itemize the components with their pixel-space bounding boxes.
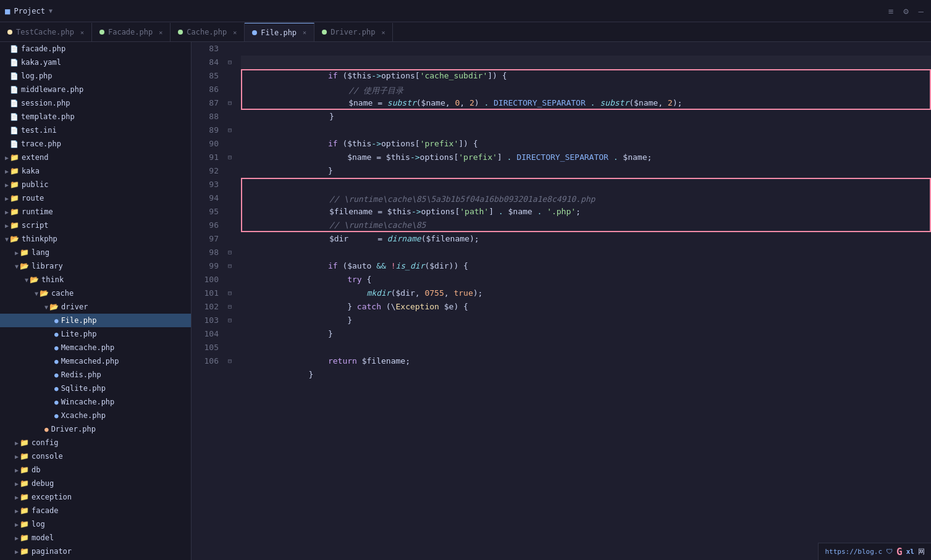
- sidebar-item-facade-php[interactable]: 📄 facade.php: [0, 42, 191, 56]
- editor-area[interactable]: 83 84 85 86 87 88 89 90 91 92 93 94 95 9…: [192, 42, 931, 560]
- code-line-105: return $filename;: [241, 341, 931, 354]
- fold-gutter: ⊟ ⊟ ⊟ ⊟ ⊟ ⊟ ⊟ ⊟ ⊟: [224, 42, 236, 368]
- fold-87[interactable]: ⊟: [224, 96, 236, 110]
- sidebar-item-memcache-php[interactable]: ● Memcache.php: [0, 341, 191, 354]
- sidebar-item-paginator[interactable]: ▶ 📁 paginator: [0, 545, 191, 558]
- arrow-icon-thinkphp: ▼: [5, 236, 9, 243]
- code-line-88: [241, 110, 931, 123]
- sidebar-item-file-php[interactable]: ● File.php: [0, 314, 191, 327]
- ln-92: 92: [201, 164, 219, 178]
- arrow-icon-cache: ▼: [35, 290, 38, 297]
- fold-106[interactable]: ⊟: [224, 354, 236, 368]
- sidebar-item-lite-php[interactable]: ● Lite.php: [0, 327, 191, 341]
- arrow-icon-config: ▶: [15, 440, 19, 446]
- toolbar-settings-btn[interactable]: ⚙: [901, 5, 911, 17]
- sidebar-item-model[interactable]: ▶ 📁 model: [0, 531, 191, 545]
- project-dropdown-icon[interactable]: ▼: [49, 7, 53, 14]
- ln-95: 95: [201, 205, 219, 219]
- sidebar-label-sqlite-php: Sqlite.php: [61, 384, 106, 393]
- code-line-104: [241, 327, 931, 341]
- sidebar-item-trace-php[interactable]: 📄 trace.php: [0, 137, 191, 151]
- sidebar-item-sqlite-php[interactable]: ● Sqlite.php: [0, 382, 191, 395]
- sidebar-item-lang[interactable]: ▶ 📁 lang: [0, 246, 191, 259]
- sidebar-item-public[interactable]: ▶ 📁 public: [0, 178, 191, 191]
- sidebar-item-config[interactable]: ▶ 📁 config: [0, 436, 191, 449]
- sidebar-item-kaka-yaml[interactable]: 📄 kaka.yaml: [0, 56, 191, 69]
- fold-102[interactable]: ⊟: [224, 300, 236, 314]
- sidebar-item-library[interactable]: ▼ 📂 library: [0, 259, 191, 273]
- sidebar-item-runtime[interactable]: ▶ 📁 runtime: [0, 205, 191, 219]
- file-icon-lite-php: ●: [54, 330, 59, 338]
- toolbar-layout-btn[interactable]: ≡: [886, 5, 896, 17]
- toolbar-minimize-btn[interactable]: —: [916, 5, 926, 17]
- tab-cache[interactable]: Cache.php ✕: [171, 23, 245, 41]
- sidebar-item-cache-folder[interactable]: ▼ 📂 cache: [0, 286, 191, 300]
- arrow-icon-lang: ▶: [15, 249, 19, 256]
- sidebar-label-driver: driver: [61, 303, 88, 311]
- sidebar-item-memcached-php[interactable]: ● Memcached.php: [0, 354, 191, 368]
- sidebar-item-extend[interactable]: ▶ 📁 extend: [0, 151, 191, 164]
- tab-driver[interactable]: Driver.php ✕: [314, 23, 393, 41]
- ln-98: 98: [201, 246, 219, 259]
- sidebar-item-driver-php[interactable]: ● Driver.php: [0, 422, 191, 436]
- watermark-g-letter: G: [896, 546, 903, 558]
- top-bar: ■ Project ▼ ≡ ⚙ —: [0, 0, 931, 22]
- sidebar-label-db: db: [32, 466, 40, 474]
- ln-85: 85: [201, 69, 219, 83]
- sidebar: 📄 facade.php 📄 kaka.yaml 📄 log.php 📄 mid…: [0, 42, 192, 560]
- sidebar-item-script[interactable]: ▶ 📁 script: [0, 219, 191, 232]
- sidebar-item-thinkphp[interactable]: ▼ 📂 thinkphp: [0, 232, 191, 246]
- fold-84[interactable]: ⊟: [224, 56, 236, 69]
- sidebar-item-wincache-php[interactable]: ● Wincache.php: [0, 395, 191, 409]
- sidebar-item-xcache-php[interactable]: ● Xcache.php: [0, 409, 191, 422]
- tab-label-facade: Facade.php: [108, 28, 153, 36]
- sidebar-item-session-php[interactable]: 📄 session.php: [0, 96, 191, 110]
- sidebar-item-middleware-php[interactable]: 📄 middleware.php: [0, 83, 191, 96]
- sidebar-item-db[interactable]: ▶ 📁 db: [0, 463, 191, 477]
- sidebar-item-console[interactable]: ▶ 📁 console: [0, 449, 191, 463]
- fold-101[interactable]: ⊟: [224, 286, 236, 300]
- ln-96: 96: [201, 219, 219, 232]
- fold-91[interactable]: ⊟: [224, 151, 236, 164]
- tab-facade[interactable]: Facade.php ✕: [92, 23, 171, 41]
- sidebar-label-model: model: [32, 533, 54, 542]
- arrow-icon-extend: ▶: [5, 154, 9, 161]
- tab-close-driver[interactable]: ✕: [381, 29, 385, 36]
- sidebar-item-kaka[interactable]: ▶ 📁 kaka: [0, 164, 191, 178]
- ln-105: 105: [201, 341, 219, 354]
- arrow-icon-model: ▶: [15, 535, 19, 541]
- fold-86: [224, 83, 236, 96]
- sidebar-item-route[interactable]: ▶ 📁 route: [0, 191, 191, 205]
- folder-icon-extend: 📁: [10, 153, 19, 162]
- sidebar-item-log-php[interactable]: 📄 log.php: [0, 69, 191, 83]
- fold-99[interactable]: ⊟: [224, 259, 236, 273]
- tab-close-cache[interactable]: ✕: [233, 29, 237, 36]
- sidebar-item-facade-folder[interactable]: ▶ 📁 facade: [0, 504, 191, 517]
- fold-103[interactable]: ⊟: [224, 314, 236, 327]
- sidebar-item-test-ini[interactable]: 📄 test.ini: [0, 123, 191, 137]
- folder-icon-debug: 📁: [20, 479, 29, 488]
- sidebar-item-log-folder[interactable]: ▶ 📁 log: [0, 517, 191, 531]
- tab-dot-file: [252, 30, 257, 35]
- sidebar-item-think[interactable]: ▼ 📂 think: [0, 273, 191, 286]
- fold-89[interactable]: ⊟: [224, 123, 236, 137]
- project-section[interactable]: ■ Project ▼: [5, 6, 53, 16]
- ln-97: 97: [201, 232, 219, 246]
- line-numbers: 83 84 85 86 87 88 89 90 91 92 93 94 95 9…: [192, 42, 224, 368]
- fold-98[interactable]: ⊟: [224, 246, 236, 259]
- sidebar-item-driver-folder[interactable]: ▼ 📂 driver: [0, 300, 191, 314]
- sidebar-item-debug[interactable]: ▶ 📁 debug: [0, 477, 191, 490]
- code-line-84: if ($this->options['cache_subdir']) {: [241, 56, 931, 69]
- tab-close-testcache[interactable]: ✕: [80, 29, 84, 36]
- sidebar-item-template-php[interactable]: 📄 template.php: [0, 110, 191, 123]
- tab-label-driver: Driver.php: [331, 28, 375, 36]
- arrow-icon-think: ▼: [25, 277, 28, 283]
- sidebar-item-exception[interactable]: ▶ 📁 exception: [0, 490, 191, 504]
- tab-close-facade[interactable]: ✕: [159, 29, 162, 36]
- tab-file[interactable]: File.php ✕: [245, 23, 314, 41]
- folder-icon-exception: 📁: [20, 493, 29, 501]
- fold-92: [224, 164, 236, 178]
- tab-testcache[interactable]: TestCache.php ✕: [0, 23, 92, 41]
- tab-close-file[interactable]: ✕: [303, 29, 306, 36]
- sidebar-item-redis-php[interactable]: ● Redis.php: [0, 368, 191, 382]
